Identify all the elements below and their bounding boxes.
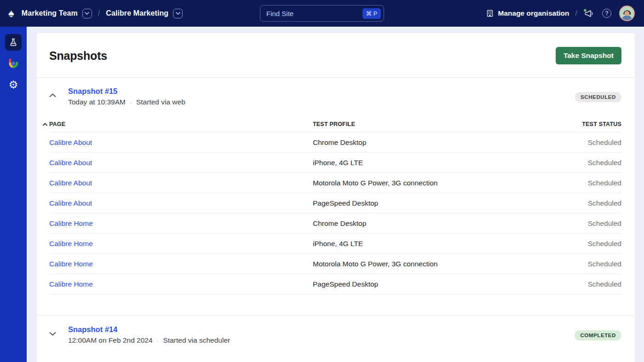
navbar-left: ♠ Marketing Team / Calibre Marketing bbox=[8, 8, 183, 19]
help-icon[interactable]: ? bbox=[602, 9, 611, 18]
snapshot-14-header: Snapshot #14 12:00AM on Feb 2nd 2024 · S… bbox=[49, 316, 621, 345]
team-switcher-label[interactable]: Marketing Team bbox=[22, 9, 78, 17]
test-status: Scheduled bbox=[539, 179, 621, 187]
page-link[interactable]: Calibre About bbox=[49, 179, 92, 187]
table-row: Calibre Home Motorola Moto G Power, 3G c… bbox=[49, 254, 621, 274]
chrome-ux-icon bbox=[7, 57, 19, 69]
page-link[interactable]: Calibre Home bbox=[49, 260, 93, 268]
flask-icon bbox=[9, 38, 18, 47]
page-header: Snapshots Take Snapshot bbox=[37, 33, 635, 78]
snapshot-14-meta: 12:00AM on Feb 2nd 2024 · Started via sc… bbox=[68, 336, 230, 345]
meta-dot: · bbox=[157, 337, 159, 345]
snapshot-15-header: Snapshot #15 Today at 10:39AM · Started … bbox=[49, 78, 621, 106]
navbar-right: Manage organisation / ? bbox=[486, 6, 635, 21]
calibre-logo-icon[interactable]: ♠ bbox=[8, 8, 14, 19]
chevron-down-icon bbox=[176, 12, 180, 15]
test-status: Scheduled bbox=[539, 260, 621, 268]
table-row: Calibre Home PageSpeed Desktop Scheduled bbox=[49, 274, 621, 294]
navbar-separator: / bbox=[575, 9, 577, 17]
sort-ascending-icon[interactable] bbox=[43, 123, 47, 126]
snapshot-14-source: Started via scheduler bbox=[163, 336, 230, 345]
snapshot-15-titles: Snapshot #15 Today at 10:39AM · Started … bbox=[68, 87, 185, 106]
page-link[interactable]: Calibre About bbox=[49, 159, 92, 167]
gear-icon: ⚙ bbox=[9, 80, 18, 90]
page-header-label: PAGE bbox=[49, 121, 65, 127]
table-row: Calibre Home Chrome Desktop Scheduled bbox=[49, 213, 621, 234]
snapshot-14-link[interactable]: Snapshot #14 bbox=[68, 325, 117, 334]
manage-organisation-link[interactable]: Manage organisation bbox=[498, 9, 569, 17]
table-rows: Calibre About Chrome Desktop Scheduled C… bbox=[49, 132, 621, 316]
snapshot-15-link[interactable]: Snapshot #15 bbox=[68, 87, 117, 96]
sidebar-item-snapshots[interactable] bbox=[5, 34, 22, 51]
page-link[interactable]: Calibre Home bbox=[49, 219, 93, 228]
breadcrumb-separator: / bbox=[98, 9, 100, 17]
top-navbar: ♠ Marketing Team / Calibre Marketing ⌘ P… bbox=[0, 0, 644, 27]
search-input[interactable] bbox=[266, 10, 362, 17]
collapse-chevron-down-icon[interactable] bbox=[49, 329, 56, 338]
site-switcher-label[interactable]: Calibre Marketing bbox=[106, 9, 168, 17]
table-header: PAGE TEST PROFILE TEST STATUS bbox=[49, 121, 621, 132]
collapse-chevron-up-icon[interactable] bbox=[49, 91, 56, 99]
test-status: Scheduled bbox=[539, 219, 621, 228]
notification-dot bbox=[584, 9, 586, 12]
snapshots-card: Snapshots Take Snapshot Snapshot #15 Tod… bbox=[37, 33, 635, 362]
sidebar-item-chrome-ux[interactable] bbox=[5, 55, 22, 72]
table-row: Calibre About Chrome Desktop Scheduled bbox=[49, 132, 621, 153]
test-profile: Motorola Moto G Power, 3G connection bbox=[313, 260, 539, 268]
column-header-status[interactable]: TEST STATUS bbox=[539, 121, 621, 127]
sidebar-item-settings[interactable]: ⚙ bbox=[5, 76, 22, 93]
test-profile: PageSpeed Desktop bbox=[313, 280, 539, 288]
page-link[interactable]: Calibre Home bbox=[49, 240, 93, 248]
snapshot-14-titles: Snapshot #14 12:00AM on Feb 2nd 2024 · S… bbox=[68, 325, 230, 345]
snapshot-15-table: PAGE TEST PROFILE TEST STATUS Calibre Ab… bbox=[49, 121, 621, 316]
page-link[interactable]: Calibre About bbox=[49, 199, 92, 207]
test-status: Scheduled bbox=[539, 280, 621, 288]
status-badge: COMPLETED bbox=[575, 330, 621, 340]
left-sidebar: ⚙ bbox=[0, 27, 27, 362]
table-row: Calibre About PageSpeed Desktop Schedule… bbox=[49, 193, 621, 213]
test-profile: PageSpeed Desktop bbox=[313, 199, 539, 207]
user-avatar[interactable] bbox=[619, 6, 635, 21]
test-profile: Chrome Desktop bbox=[313, 219, 539, 228]
page-title: Snapshots bbox=[49, 49, 107, 63]
page-link[interactable]: Calibre About bbox=[49, 138, 92, 147]
announcements-megaphone-icon[interactable] bbox=[583, 8, 594, 18]
main-content: Snapshots Take Snapshot Snapshot #15 Tod… bbox=[27, 27, 644, 362]
table-row: Calibre About iPhone, 4G LTE Scheduled bbox=[49, 153, 621, 173]
test-profile: Chrome Desktop bbox=[313, 138, 539, 147]
test-profile: Motorola Moto G Power, 3G connection bbox=[313, 179, 539, 187]
test-profile: iPhone, 4G LTE bbox=[313, 159, 539, 167]
snapshot-15-source: Started via web bbox=[136, 98, 185, 106]
status-badge: SCHEDULED bbox=[575, 92, 621, 102]
column-header-page[interactable]: PAGE bbox=[49, 121, 313, 127]
find-site-search[interactable]: ⌘ P bbox=[260, 5, 384, 22]
page-link[interactable]: Calibre Home bbox=[49, 280, 93, 288]
snapshot-15-section: Snapshot #15 Today at 10:39AM · Started … bbox=[37, 78, 635, 316]
snapshot-15-time: Today at 10:39AM bbox=[68, 98, 126, 106]
keyboard-shortcut-badge: ⌘ P bbox=[362, 8, 381, 19]
take-snapshot-button[interactable]: Take Snapshot bbox=[556, 47, 621, 64]
test-status: Scheduled bbox=[539, 240, 621, 248]
building-icon bbox=[486, 9, 494, 17]
column-header-profile[interactable]: TEST PROFILE bbox=[313, 121, 539, 127]
snapshot-15-meta: Today at 10:39AM · Started via web bbox=[68, 98, 185, 106]
table-row: Calibre About Motorola Moto G Power, 3G … bbox=[49, 173, 621, 193]
table-row: Calibre Home iPhone, 4G LTE Scheduled bbox=[49, 234, 621, 254]
test-profile: iPhone, 4G LTE bbox=[313, 240, 539, 248]
snapshot-14-section: Snapshot #14 12:00AM on Feb 2nd 2024 · S… bbox=[37, 316, 635, 345]
test-status: Scheduled bbox=[539, 199, 621, 207]
test-status: Scheduled bbox=[539, 138, 621, 147]
site-switcher-button[interactable] bbox=[173, 9, 183, 18]
test-status: Scheduled bbox=[539, 159, 621, 167]
snapshot-14-time: 12:00AM on Feb 2nd 2024 bbox=[68, 336, 153, 345]
chevron-down-icon bbox=[85, 12, 89, 15]
meta-dot: · bbox=[130, 98, 132, 106]
team-switcher-button[interactable] bbox=[82, 9, 92, 18]
